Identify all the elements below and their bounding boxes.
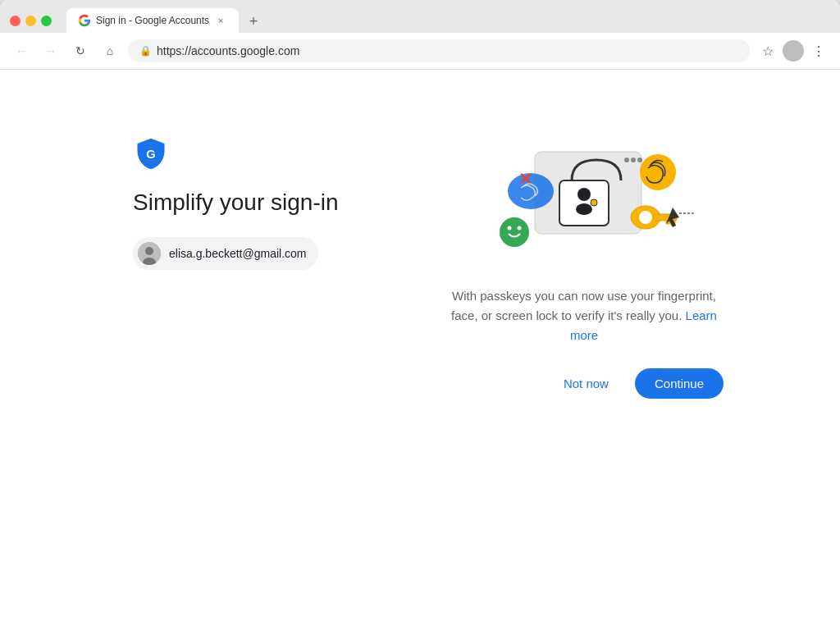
- passkey-card: G Simplify your sign-in elisa.g.beckett@…: [84, 103, 756, 431]
- user-chip: elisa.g.beckett@gmail.com: [133, 237, 318, 270]
- svg-point-6: [631, 158, 636, 162]
- traffic-lights: [10, 16, 52, 26]
- passkey-description: With passkeys you can now use your finge…: [445, 286, 724, 345]
- nav-right-controls: ☆ ⋮: [756, 39, 830, 62]
- minimize-window-button[interactable]: [25, 16, 36, 26]
- user-avatar: [138, 242, 161, 265]
- back-button[interactable]: ←: [10, 39, 33, 62]
- page-content: G Simplify your sign-in elisa.g.beckett@…: [0, 70, 840, 630]
- svg-point-5: [624, 158, 629, 162]
- maximize-window-button[interactable]: [41, 16, 52, 26]
- continue-button[interactable]: Continue: [635, 368, 724, 399]
- new-tab-button[interactable]: +: [242, 10, 265, 33]
- address-text: https://accounts.google.com: [157, 44, 299, 57]
- svg-point-10: [576, 203, 592, 215]
- svg-rect-8: [559, 180, 609, 226]
- close-window-button[interactable]: [10, 16, 21, 26]
- svg-text:✕: ✕: [518, 170, 532, 188]
- nav-bar: ← → ↻ ⌂ 🔒 https://accounts.google.com ☆ …: [0, 33, 840, 70]
- svg-point-11: [591, 199, 597, 206]
- home-button[interactable]: ⌂: [98, 39, 121, 62]
- browser-window: Sign in - Google Accounts × + ← → ↻ ⌂ 🔒 …: [0, 0, 840, 630]
- title-bar: Sign in - Google Accounts × +: [0, 0, 840, 33]
- svg-point-2: [145, 247, 153, 255]
- not-now-button[interactable]: Not now: [550, 368, 622, 399]
- svg-point-19: [500, 217, 529, 247]
- action-buttons: Not now Continue: [445, 368, 724, 399]
- svg-point-21: [518, 226, 522, 231]
- svg-point-20: [508, 226, 512, 231]
- svg-point-18: [640, 154, 676, 190]
- tab-title: Sign in - Google Accounts: [96, 15, 209, 26]
- svg-point-13: [639, 211, 652, 224]
- card-left: G Simplify your sign-in elisa.g.beckett@…: [133, 135, 395, 270]
- user-email: elisa.g.beckett@gmail.com: [169, 247, 307, 260]
- lock-icon: 🔒: [139, 45, 152, 57]
- tab-favicon: [78, 14, 91, 27]
- svg-point-9: [578, 188, 591, 201]
- reload-button[interactable]: ↻: [69, 39, 92, 62]
- google-shield-icon: G: [133, 135, 169, 171]
- page-headline: Simplify your sign-in: [133, 188, 339, 217]
- tab-bar: Sign in - Google Accounts × +: [66, 8, 830, 33]
- address-bar[interactable]: 🔒 https://accounts.google.com: [128, 39, 750, 62]
- svg-text:G: G: [146, 148, 155, 161]
- active-tab[interactable]: Sign in - Google Accounts ×: [66, 8, 239, 33]
- forward-button[interactable]: →: [39, 39, 62, 62]
- card-right: ✕ With passkeys you can now use your fin…: [445, 135, 724, 399]
- profile-avatar[interactable]: [783, 40, 804, 62]
- bookmark-button[interactable]: ☆: [756, 39, 779, 62]
- tab-close-button[interactable]: ×: [214, 14, 227, 27]
- menu-button[interactable]: ⋮: [807, 39, 830, 62]
- svg-point-7: [637, 158, 642, 162]
- passkey-illustration: ✕: [469, 135, 699, 267]
